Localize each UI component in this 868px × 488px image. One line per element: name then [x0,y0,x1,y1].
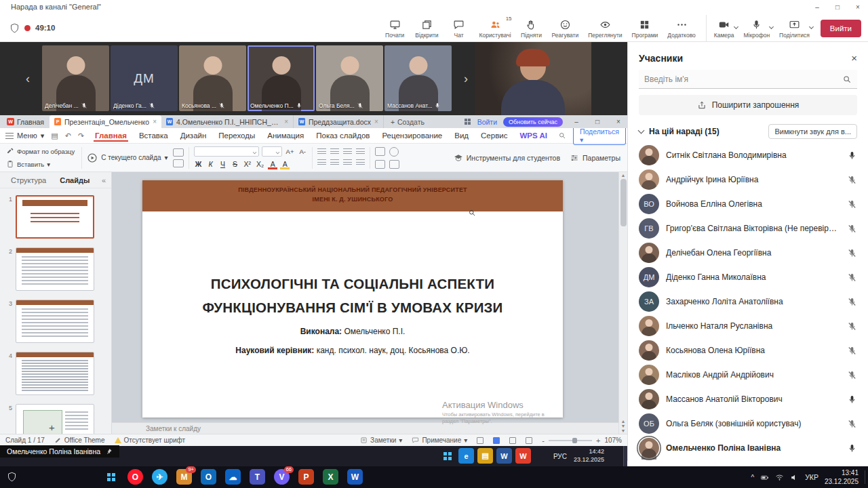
bullet-list-icon[interactable] [317,159,326,167]
chevron-down-icon[interactable] [733,24,738,29]
close-tab-icon[interactable]: × [374,118,378,125]
scroll-down-icon[interactable]: ▼ [621,428,626,433]
indent-icon[interactable] [356,159,365,167]
maximize-icon[interactable]: □ [827,0,848,14]
word-icon[interactable]: W [346,468,364,486]
ribbon-tab[interactable]: Анимация [266,129,305,142]
document-tab[interactable]: P Презентація_Омельченко × [50,115,161,128]
leave-button[interactable]: Вийти [821,20,861,37]
mic-button[interactable]: Мікрофон [740,15,774,42]
security-shield-icon[interactable] [7,472,17,482]
strip-next-button[interactable]: › [458,69,473,88]
scroll-up-icon[interactable]: ▲ [621,173,626,178]
comment-toggle[interactable]: Примечание ▾ [412,436,467,444]
participant-row[interactable]: Ситнік Світлана Володимирівна [628,143,868,167]
mute-all-button[interactable]: Вимкнути звук для в... [768,124,857,139]
ribbon-tab[interactable]: WPS AI [518,129,548,142]
mic-off-icon[interactable] [847,321,857,331]
zoom-slider[interactable] [549,440,592,441]
outlook-icon[interactable]: O [199,468,218,486]
numbered-list-icon[interactable] [330,159,339,167]
chevron-down-icon[interactable] [809,24,814,29]
slide-thumbnail[interactable]: 5 [5,404,107,434]
participant-row[interactable]: ВО Войнова Елліна Олегівна [628,192,868,216]
maximize-icon[interactable]: □ [590,115,605,128]
participant-row[interactable]: ДМ Діденко Ганна Миколаївна [628,265,868,289]
line-spacing-icon[interactable] [343,159,352,167]
participant-video-tile[interactable]: Косьянова ... [179,45,246,111]
mic-off-icon[interactable] [847,248,857,258]
align-center-icon[interactable] [330,148,339,156]
strip-prev-button[interactable]: ‹ [20,69,35,88]
notes-toggle[interactable]: Заметки ▾ [360,436,402,444]
font-style-button[interactable]: Ч [218,159,228,169]
ribbon-tab[interactable]: Дизайн [179,129,208,142]
new-slide-icon[interactable] [173,148,184,157]
speaker-icon[interactable] [790,473,799,482]
pin-icon[interactable] [106,448,113,455]
slide[interactable]: ПІВДЕННОУКРАЇНСЬКИЙ НАЦІОНАЛЬНИЙ ПЕДАГОГ… [142,180,563,418]
document-tab[interactable]: W Преддзащита.docx × [294,115,384,128]
save-icon[interactable]: ▤ [51,131,58,140]
word-icon[interactable]: W [496,448,512,464]
redo-icon[interactable]: ↷ [78,131,84,140]
normal-view-icon[interactable] [477,437,484,444]
slideshow-view-icon[interactable] [526,437,532,444]
ribbon-tab[interactable]: Вставка [138,129,170,142]
font-style-button[interactable]: S [231,159,240,169]
left-panel-tab[interactable]: Структура [5,174,52,186]
search-icon[interactable] [558,131,566,140]
font-style-button[interactable]: Х₂ [255,159,265,169]
slide-thumbnail[interactable]: 4 [5,352,107,395]
camera-button[interactable]: Камера [706,15,738,42]
windows-start-icon[interactable] [439,448,455,464]
wps-home-tab[interactable]: W Главная [1,115,50,128]
clock[interactable]: 14:42 23.12.2025 [574,448,604,464]
mic-off-icon[interactable] [847,224,857,234]
tray-expand-icon[interactable]: ^ [751,474,754,481]
language-indicator[interactable]: УКР [805,473,818,481]
participant-row[interactable]: Делічебан Олена Георгіївна [628,241,868,265]
layout-icon[interactable] [173,159,184,167]
scrollbar-thumb[interactable] [620,179,627,226]
participant-video-tile[interactable]: Делічебан ... [42,45,109,111]
participant-video-tile[interactable]: Массанов Анат... [384,45,452,111]
opera-icon[interactable]: O [126,468,144,486]
font-style-button[interactable]: Х² [243,159,253,169]
login-button[interactable]: Войти [477,118,497,126]
font-style-button[interactable]: Ж [194,159,203,169]
mic-on-icon[interactable] [847,150,857,161]
slide-layout-buttons[interactable] [173,148,184,167]
reading-view-icon[interactable] [509,437,516,444]
view-button[interactable]: Переглянути [584,15,626,42]
mic-on-icon[interactable] [847,394,857,405]
font-style-button[interactable]: А [280,159,290,169]
explorer-icon[interactable]: ▤ [477,448,493,464]
slide-sorter-view-icon[interactable] [493,437,500,444]
participant-row[interactable]: ЗА Захарченко Лоліта Анатоліївна [628,289,868,314]
zoom-out-button[interactable]: - [542,436,545,445]
chat-button[interactable]: Чат [444,15,474,42]
add-slide-button[interactable]: + [49,422,55,433]
notifications-button[interactable] [865,470,865,484]
participant-row[interactable]: Ільченко Наталя Русланівна [628,314,868,338]
clock[interactable]: 13:41 23.12.2025 [825,468,859,486]
font-style-button[interactable]: К [206,159,216,169]
ribbon-tab[interactable]: Переходы [217,129,256,142]
windows-start-icon[interactable] [102,468,120,486]
mic-off-icon[interactable] [847,370,857,380]
excel-icon[interactable]: X [321,468,340,486]
next-slide-icon[interactable]: ▼ [621,424,626,428]
more-button[interactable]: Додатково [663,15,699,42]
increase-font-button[interactable]: А+ [285,148,296,155]
minimize-icon[interactable]: – [569,115,584,128]
previous-slide-icon[interactable]: ▲ [621,419,626,424]
mic-off-icon[interactable] [847,297,857,307]
language-indicator[interactable]: РУС [553,453,567,460]
student-tools-button[interactable]: Инструменты для студентов [454,153,560,163]
slide-thumbnail[interactable]: 1 [5,195,107,239]
document-tab[interactable]: W 4.Омельченко П.І._ННІПСН_25-26 × [161,115,294,128]
justify-icon[interactable] [356,148,365,156]
align-right-icon[interactable] [343,148,352,156]
close-tab-icon[interactable]: × [153,118,157,125]
